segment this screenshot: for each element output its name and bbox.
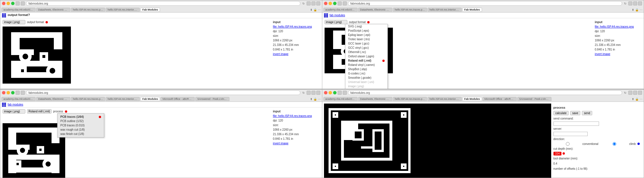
close-btn-bl[interactable] xyxy=(2,91,5,94)
forward-btn-br[interactable] xyxy=(343,91,347,95)
share-icon-bl[interactable]: ⬆ xyxy=(310,98,312,101)
invert-link-bl[interactable]: invert image xyxy=(273,142,288,145)
tab-br-0[interactable]: academy.cba.mit.edu/classes... xyxy=(323,97,358,101)
tab-bl-3[interactable]: hello.ISP.44.res.interior.png 1... xyxy=(106,97,140,101)
tab-2[interactable]: hello.ISP.44.res.traces.png 1 066×2 280 … xyxy=(71,8,105,12)
more-icon-tr[interactable]: ⋯ xyxy=(640,8,643,11)
dropdown-gcc-vinyl[interactable]: GCC vinyl (.gcc) xyxy=(345,46,387,50)
climb-radio[interactable]: climb xyxy=(600,142,636,146)
share-icon-tr[interactable]: ⬆ xyxy=(632,8,634,11)
dropdown-epi[interactable]: Epilog laser (.epi) xyxy=(345,33,387,37)
process-dropdown-bl[interactable]: PCB traces (1/64) PCB outline (1/32) PCB… xyxy=(57,113,104,137)
tab-bl-0[interactable]: academy.cba.mit.edu/classes... xyxy=(1,97,36,101)
process-wax-rough[interactable]: wax rough cut (1/8) xyxy=(58,128,104,132)
tab-tr-0[interactable]: academy.cba.mit.edu/classes/electronics_… xyxy=(323,8,358,12)
dropdown-smoothie[interactable]: Smoothie (.gcode) xyxy=(345,76,387,80)
min-btn-tr[interactable] xyxy=(329,2,332,5)
share-btn-br[interactable] xyxy=(628,91,632,95)
share-btn-tr[interactable] xyxy=(628,1,632,5)
dropdown-oxford[interactable]: Oxford ulaser (.pgm) xyxy=(345,54,387,58)
back-btn-bl[interactable] xyxy=(16,91,20,95)
dropdown-gcodes[interactable]: G-codes (.nc) xyxy=(345,71,387,76)
back-btn-tr[interactable] xyxy=(338,1,342,5)
tab-br-5[interactable]: Microsoft Office - aBcRuss/wu xyxy=(483,97,517,101)
back-btn-br[interactable] xyxy=(338,91,342,95)
tab-bl-1[interactable]: Datasheets, Electronic Parts,... xyxy=(36,97,70,101)
bookmark-btn-tr[interactable] xyxy=(633,1,637,5)
dropdown-othermill[interactable]: Othermill (.nc) xyxy=(345,50,387,54)
process-wax-finish[interactable]: wax finish cut (1/8) xyxy=(58,132,104,136)
mill-format-bl[interactable]: Roland mill (.rml) xyxy=(27,109,52,114)
menu-btn[interactable] xyxy=(316,1,320,5)
tab-br-3[interactable]: hello.ISP.44.res.interior.png 1... xyxy=(428,97,462,101)
tab-0[interactable]: academy.cba.mit.edu/classes/electronics_… xyxy=(1,8,36,12)
tab-bl-5[interactable]: Microsoft Office - aBcRuss/wu xyxy=(161,97,195,101)
dropdown-svg[interactable]: SVG (.svg) xyxy=(345,24,387,29)
max-btn[interactable] xyxy=(11,2,15,5)
more-icon-bl[interactable]: ⋯ xyxy=(318,98,321,101)
send-btn[interactable]: send xyxy=(582,111,592,115)
max-btn-tr[interactable] xyxy=(333,2,337,5)
dropdown-dxf[interactable]: DXF (.dxf) xyxy=(345,88,387,89)
menu-btn-bl[interactable] xyxy=(316,91,320,95)
share-btn[interactable] xyxy=(307,1,311,5)
tab-bl-4-active[interactable]: Fab Modules xyxy=(140,97,160,101)
address-bar-tr[interactable]: fabmodules.org xyxy=(348,1,622,6)
menu-btn-tr[interactable] xyxy=(638,1,642,5)
conventional-radio[interactable]: conventional xyxy=(553,142,598,146)
tab-br-2[interactable]: hello.ISP.44.res.traces.png 1... xyxy=(393,97,427,101)
dropdown-gcc-laser[interactable]: GCC laser (.gcc) xyxy=(345,41,387,46)
cut-depth-value[interactable]: 334 xyxy=(553,152,562,155)
image-format-dropdown[interactable]: image (.png) xyxy=(3,20,25,24)
more-icon[interactable]: ⋯ xyxy=(318,8,321,11)
bookmark-btn-br[interactable] xyxy=(633,91,637,95)
tab-br-4-active[interactable]: Fab Modules xyxy=(462,97,482,101)
dropdown-roland-vinyl[interactable]: Roland vinyl (.camm) xyxy=(345,63,387,67)
min-btn[interactable] xyxy=(7,2,10,5)
dropdown-tro[interactable]: Trotec laser (.tro) xyxy=(345,37,387,41)
tab-tr-2[interactable]: hello.ISP.44.res.traces.png 1 066×2 280 … xyxy=(393,8,427,12)
tab-3[interactable]: hello.ISP.44.res.interior.png 1 066×2 28… xyxy=(106,8,140,12)
bookmark-btn[interactable] xyxy=(311,1,315,5)
more-icon-br[interactable]: ⋯ xyxy=(640,98,643,101)
share-icon[interactable]: ⬆ xyxy=(310,8,312,11)
min-btn-br[interactable] xyxy=(329,91,332,94)
save-btn[interactable]: save xyxy=(570,111,580,115)
reload-btn-br[interactable]: ↻ xyxy=(623,91,627,95)
forward-btn-bl[interactable] xyxy=(21,91,25,95)
tab-1[interactable]: Datasheets, Electronic Parts, Components… xyxy=(36,8,70,12)
image-format-bl[interactable]: image (.png) xyxy=(3,109,25,114)
tab-bl-2[interactable]: hello.ISP.44.res.traces.png 1... xyxy=(71,97,105,101)
close-btn[interactable] xyxy=(2,2,5,5)
menu-btn-br[interactable] xyxy=(638,91,642,95)
image-format-dropdown-tr[interactable]: image (.png) xyxy=(325,20,347,24)
address-bar-br[interactable]: fabmodules.org xyxy=(348,90,622,95)
share-icon-br[interactable]: ⬆ xyxy=(632,98,634,101)
file-link[interactable]: file: hello.ISP.44.res.traces.png xyxy=(273,25,312,28)
process-pcb-traces-010[interactable]: PCB traces (0.010) xyxy=(58,123,104,128)
bookmark-btn-bl[interactable] xyxy=(311,91,315,95)
reload-btn-tr[interactable]: ↻ xyxy=(623,1,627,5)
share-btn-bl[interactable] xyxy=(307,91,311,95)
min-btn-bl[interactable] xyxy=(7,91,10,94)
invert-link[interactable]: invert image xyxy=(273,52,288,56)
send-command-input[interactable]: mod_print.py /dev/usb/lp1 xyxy=(553,122,599,126)
forward-btn[interactable] xyxy=(21,1,25,5)
max-btn-br[interactable] xyxy=(333,91,337,94)
dropdown-roland-mill[interactable]: Roland mill (.rml) xyxy=(345,58,387,63)
process-pcb-outline[interactable]: PCB outline (1/32) xyxy=(58,119,104,123)
tab-br-6[interactable]: SAnswered - Peek.LVinkalaBd... xyxy=(517,97,551,101)
forward-btn-tr[interactable] xyxy=(343,1,347,5)
close-btn-br[interactable] xyxy=(324,91,327,94)
close-btn-tr[interactable] xyxy=(324,2,327,5)
tab-bl-6[interactable]: SAnswered - Peek.LVinkalaBd... xyxy=(195,97,229,101)
address-bar-bl[interactable]: fabmodules.org xyxy=(26,90,300,95)
process-pcb-traces-64[interactable]: PCB traces (1/64) xyxy=(58,115,104,119)
address-bar[interactable]: fabmodules.org xyxy=(26,1,300,6)
dropdown-image[interactable]: image (.png) xyxy=(345,84,387,88)
reload-btn-bl[interactable]: ↻ xyxy=(302,91,305,95)
dropdown-eps[interactable]: PostScript (.eps) xyxy=(345,29,387,33)
server-input[interactable]: 127.0.0.1:12345 xyxy=(553,132,588,136)
fab-modules-breadcrumb-tr[interactable]: fab modules xyxy=(330,14,345,17)
reload-btn[interactable]: ↻ xyxy=(302,1,305,5)
